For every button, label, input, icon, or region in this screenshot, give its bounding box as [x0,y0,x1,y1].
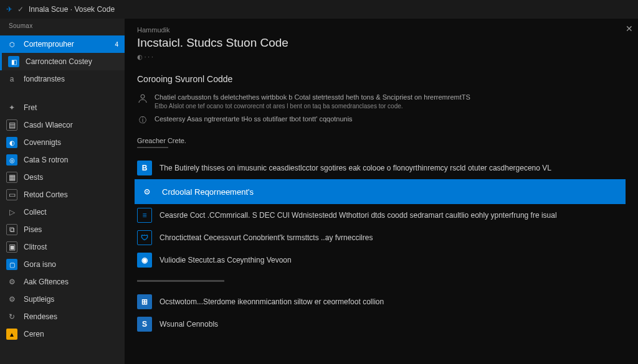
titlebar: ✈ ✓ Innala Scue · Vosek Code [0,0,638,19]
sidebar-item-label: Carroncteon Costey [26,57,92,66]
person-icon [137,93,148,104]
sidebar-section-label: Soumax [0,19,125,33]
sidebar-icon: ▷ [6,207,17,218]
page-title: Incstaicl. Studcs Stuon Code [137,36,626,50]
sidebar-item-label: Ceren [24,330,44,338]
sidebar-item-1[interactable]: ◧Carroncteon Costey [0,53,125,70]
sidebar-item-label: Collect [24,208,47,217]
list-item-icon: ⊙ [140,184,155,199]
sidebar-icon: ▲ [6,329,17,340]
sidebar-item-label: Rendeses [24,312,57,321]
sidebar-item-label: Suptleigs [24,295,54,304]
list-item-3[interactable]: 🛡Chroctictteat Cecessvurt Conobrient'k t… [137,226,626,249]
main-content: ✕ Hammudik Incstaicl. Studcs Stuon Code … [125,19,638,364]
sidebar-item2-5[interactable]: ▭Retod Cortes [0,186,125,203]
sidebar-icon: ▢ [6,259,17,270]
sidebar-item-label: Cata S rotron [24,156,68,164]
list-item-text: The Butirely thisses on imusunic ceasdie… [160,164,551,172]
sidebar-icon: ⚙ [6,276,17,287]
sidebar-item2-9[interactable]: ▢Gora isno [0,256,125,273]
breadcrumb: Hammudik [137,26,626,34]
sidebar-item2-12[interactable]: ↻Rendeses [0,308,125,325]
sidebar-item-label: Oests [24,173,43,182]
sidebar-item-label: Cortemprouher [24,40,74,49]
sidebar-icon: ✦ [6,102,17,113]
sidebar-item2-2[interactable]: ◐Covennigts [0,134,125,151]
list-item-text: Wsunal Cennobls [160,320,218,329]
sidebar-icon: a [6,73,17,85]
sidebar-item2-11[interactable]: ⚙Suptleigs [0,291,125,308]
sidebar-item2-1[interactable]: ▤Casdı Wlaecor [0,116,125,134]
sidebar-icon: ◧ [8,56,19,67]
sidebar-item2-7[interactable]: ⧉Pises [0,221,125,238]
page-sub-icons: ◐ · · · [137,54,626,60]
list-item-text: Ocstwotom...Sterdome ikeonnmicantion sil… [160,297,384,306]
sidebar: Soumax ⬡Cortemprouher4◧Carroncteon Coste… [0,19,125,364]
sidebar-item-label: Gora isno [24,260,56,269]
close-button[interactable]: ✕ [626,24,633,34]
sidebar-icon: ⚙ [6,294,17,305]
sidebar-item-label: Fret [24,103,37,112]
sidebar-item2-3[interactable]: ◎Cata S rotron [0,151,125,169]
list-item-6[interactable]: SWsunal Cennobls [137,313,626,335]
sidebar-icon: ▦ [6,172,17,183]
sidebar-item-label: Casdı Wlaecor [24,121,73,129]
list-item-2[interactable]: ≡Ceasrde Coct .CCmmricall. S DEC CUl Wdn… [137,204,626,226]
sidebar-item-label: Aak Gftences [24,278,69,286]
sidebar-item-label: fondtranstes [24,75,65,83]
sidebar-icon: ▤ [6,119,17,131]
sidebar-icon: ⧉ [6,224,17,235]
sidebar-icon: ↻ [6,311,17,322]
sidebar-item-0[interactable]: ⬡Cortemprouher4 [0,35,125,53]
list-item-text: Ceasrde Coct .CCmmricall. S DEC CUl Wdni… [160,211,557,220]
sidebar-item-label: Pises [24,225,42,234]
info-text-2: Cesteersy Asas ngtreretarte tHo ss otuti… [155,114,353,124]
info-text-1-sub: Etbo Alslot one tef ocano tot cowrorecnt… [155,102,470,111]
list-item-text: Chroctictteat Cecessvurt Conobrient'k ts… [160,233,373,242]
sidebar-item2-4[interactable]: ▦Oests [0,169,125,186]
titlebar-check-icon: ✓ [17,5,24,14]
list-item-1[interactable]: ⊙Crdoolal Reqorneement's [135,179,626,204]
sidebar-icon: ⬡ [6,39,17,50]
list-item-text: Vuliodie Stecutct.as Cceynthing Vevoon [160,256,292,264]
sidebar-icon: ▭ [6,189,17,200]
sidebar-item2-6[interactable]: ▷Collect [0,203,125,221]
svg-point-0 [141,95,145,98]
sidebar-item2-8[interactable]: ▣Clitrost [0,238,125,256]
list-item-icon: S [137,317,152,332]
list-item-icon: ⊞ [137,294,152,309]
sidebar-item-label: Retod Cortes [24,190,68,199]
list-item-icon: ◉ [137,253,152,268]
divider [137,280,224,282]
info-text-1: Chatiel carbusston fs deletchethes wirtb… [155,93,470,102]
list-item-icon: ≡ [137,208,152,223]
list-item-5[interactable]: ⊞Ocstwotom...Sterdome ikeonnmicantion si… [137,291,626,313]
list-item-text: Crdoolal Reqorneement's [162,187,254,197]
sidebar-icon: ▣ [6,241,17,253]
sidebar-item2-0[interactable]: ✦Fret [0,99,125,116]
info-icon: ⓘ [137,114,148,126]
app-icon: ✈ [6,5,12,14]
sidebar-item-label: Covennigts [24,138,61,147]
sidebar-item-label: Clitrost [24,243,47,251]
sidebar-icon: ◐ [6,137,17,148]
sidebar-item2-13[interactable]: ▲Ceren [0,325,125,343]
list-item-4[interactable]: ◉Vuliodie Stecutct.as Cceynthing Vevoon [137,249,626,271]
list-item-icon: 🛡 [137,230,152,245]
badge: 4 [115,41,118,48]
list-item-icon: B [137,161,152,175]
sidebar-item2-10[interactable]: ⚙Aak Gftences [0,273,125,291]
section-heading: Corooing Svuronl Codde [137,74,626,84]
sub-heading: Greacher Crete. [137,137,626,144]
list-item-0[interactable]: BThe Butirely thisses on imusunic ceasdi… [137,157,626,179]
divider [137,147,168,148]
sidebar-icon: ◎ [6,154,17,166]
app-title: Innala Scue · Vosek Code [29,5,115,14]
sidebar-item-2[interactable]: afondtranstes [0,70,125,88]
